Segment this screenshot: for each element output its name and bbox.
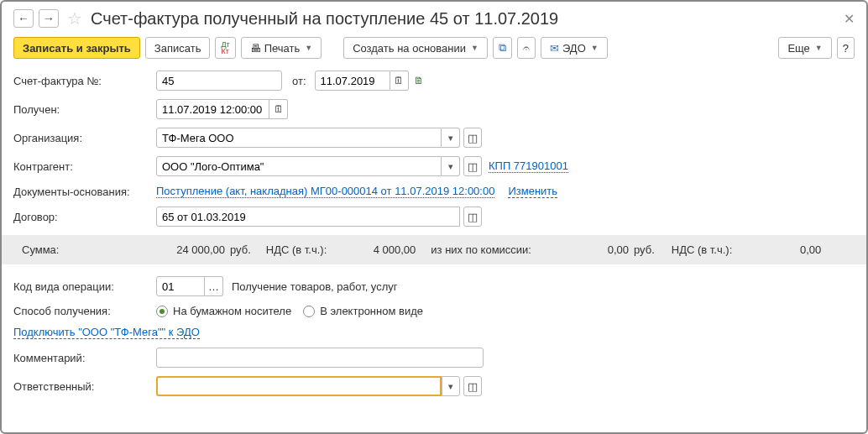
calendar-button[interactable]: 🗓 [269, 99, 288, 119]
kpp-link[interactable]: КПП 771901001 [489, 159, 568, 173]
contract-input[interactable] [156, 207, 460, 227]
document-status-icon: 🗎 [414, 75, 424, 86]
open-icon: ◫ [468, 380, 478, 393]
org-input[interactable] [156, 128, 442, 148]
comment-label: Комментарий: [13, 352, 156, 364]
open-button[interactable]: ◫ [463, 376, 482, 396]
chevron-down-icon: ▼ [591, 44, 599, 52]
print-label: Печать [264, 42, 301, 55]
favorite-icon[interactable]: ☆ [67, 8, 82, 29]
close-button[interactable]: ✕ [844, 11, 855, 27]
op-code-desc: Получение товаров, работ, услуг [232, 280, 398, 293]
nds2-value: 0,00 [737, 243, 821, 256]
nds2-label: НДС (в т.ч.): [672, 243, 733, 256]
responsible-label: Ответственный: [13, 380, 156, 393]
help-button[interactable]: ? [837, 37, 855, 59]
radio-electronic[interactable] [303, 306, 315, 317]
paperclip-icon: 𝄐 [523, 41, 530, 55]
chevron-down-icon: ▼ [471, 44, 478, 52]
op-code-input[interactable] [156, 276, 205, 296]
page-title: Счет-фактура полученный на поступление 4… [91, 9, 839, 29]
open-icon: ◫ [468, 211, 478, 223]
counterparty-input[interactable] [156, 156, 442, 176]
create-based-button[interactable]: Создать на основании ▼ [343, 37, 488, 59]
nds-value: 4 000,00 [332, 243, 416, 256]
open-button[interactable]: ◫ [463, 207, 482, 227]
nds-label: НДС (в т.ч.): [266, 243, 327, 256]
receive-method-label: Способ получения: [13, 305, 156, 317]
structure-button[interactable]: ⧉ [493, 37, 512, 59]
attachment-button[interactable]: 𝄐 [517, 37, 536, 59]
dropdown-button[interactable]: ▾ [442, 128, 460, 148]
dropdown-button[interactable]: ▾ [442, 376, 460, 396]
responsible-input[interactable] [156, 376, 442, 396]
rub-label: руб. [634, 243, 655, 256]
save-button[interactable]: Записать [145, 37, 211, 59]
lookup-button[interactable]: … [205, 276, 223, 296]
more-label: Еще [787, 42, 809, 55]
edo-button[interactable]: ✉ ЭДО ▼ [541, 37, 608, 59]
radio-electronic-label: В электронном виде [320, 305, 423, 317]
invoice-no-label: Счет-фактура №: [13, 75, 156, 87]
back-button[interactable]: ← [13, 9, 34, 28]
edo-icon: ✉ [550, 42, 559, 55]
forward-button[interactable]: → [39, 9, 59, 28]
chevron-down-icon: ▾ [448, 161, 453, 172]
rub-label: руб. [230, 243, 251, 256]
counterparty-label: Контрагент: [13, 160, 156, 173]
commission-label: из них по комиссии: [431, 243, 531, 256]
more-button[interactable]: Еще ▼ [778, 37, 831, 59]
structure-icon: ⧉ [499, 41, 506, 55]
basis-doc-link[interactable]: Поступление (акт, накладная) МГ00-000014… [156, 185, 494, 198]
print-icon: 🖶 [250, 42, 261, 55]
ellipsis-icon: … [208, 280, 219, 293]
chevron-down-icon: ▾ [448, 381, 453, 392]
edo-connect-link[interactable]: Подключить "ООО "ТФ-Мега"" к ЭДО [13, 326, 200, 339]
contract-label: Договор: [13, 211, 156, 223]
invoice-no-input[interactable] [156, 71, 282, 91]
chevron-down-icon: ▼ [305, 44, 312, 52]
chevron-down-icon: ▼ [815, 44, 823, 52]
commission-value: 0,00 [536, 243, 629, 256]
open-button[interactable]: ◫ [463, 156, 482, 176]
radio-paper-label: На бумажном носителе [173, 305, 291, 317]
radio-paper[interactable] [156, 306, 168, 317]
dtkt-button[interactable]: ДтКт [215, 37, 235, 59]
create-based-label: Создать на основании [353, 42, 466, 55]
received-input[interactable] [156, 99, 269, 119]
calendar-icon: 🗓 [274, 103, 284, 115]
dtkt-icon: ДтКт [221, 41, 229, 55]
calendar-button[interactable]: 🗓 [390, 71, 409, 91]
basis-label: Документы-основания: [13, 186, 156, 198]
open-icon: ◫ [468, 132, 478, 144]
received-label: Получен: [13, 103, 156, 116]
open-button[interactable]: ◫ [463, 128, 482, 148]
calendar-icon: 🗓 [394, 75, 404, 86]
op-code-label: Код вида операции: [13, 280, 156, 293]
sum-value: 24 000,00 [158, 243, 225, 256]
from-label: от: [292, 75, 306, 87]
from-date-input[interactable] [315, 71, 390, 91]
edo-label: ЭДО [562, 42, 586, 55]
comment-input[interactable] [156, 348, 484, 368]
print-button[interactable]: 🖶 Печать ▼ [241, 37, 322, 59]
open-icon: ◫ [468, 160, 478, 173]
chevron-down-icon: ▾ [448, 133, 453, 144]
dropdown-button[interactable]: ▾ [442, 156, 460, 176]
change-link[interactable]: Изменить [508, 185, 557, 198]
save-close-button[interactable]: Записать и закрыть [13, 37, 140, 59]
org-label: Организация: [13, 132, 156, 144]
sum-label: Сумма: [10, 243, 153, 256]
